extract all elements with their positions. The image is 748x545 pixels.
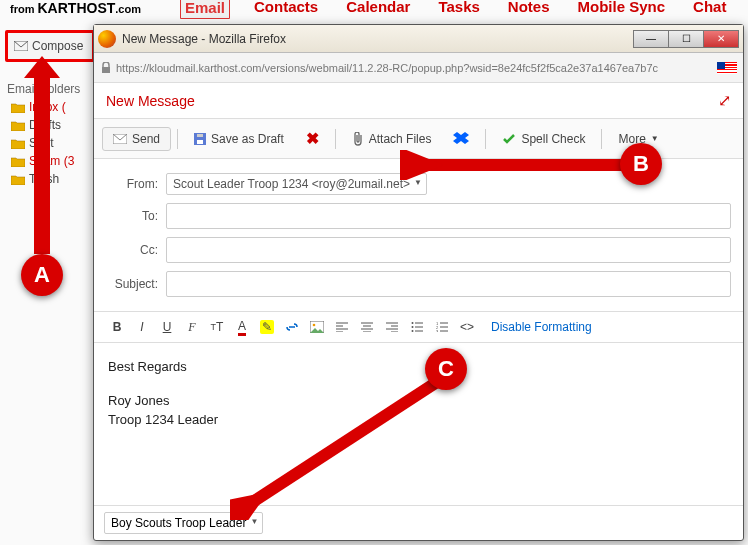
folder-icon [11,138,25,149]
svg-point-7 [313,324,316,327]
editor-toolbar: B I U F TT A ✎ 123 <> Disable Formatting [94,311,743,343]
from-select[interactable]: Scout Leader Troop 1234 <roy@2umail.net> [166,173,427,195]
folder-sent[interactable]: Sent [5,134,95,152]
folders-heading: Email Folders [5,80,95,98]
address-bar[interactable]: https://kloudmail.karthost.com/versions/… [94,53,743,83]
folder-spam[interactable]: Spam (3 [5,152,95,170]
nav-contacts[interactable]: Contacts [250,0,322,19]
check-icon [502,133,516,145]
align-center-button[interactable] [356,316,378,338]
align-center-icon [361,322,373,332]
svg-rect-1 [102,67,110,73]
nav-tasks[interactable]: Tasks [434,0,483,19]
annotation-arrow-a [34,74,50,254]
svg-point-8 [412,322,414,324]
underline-button[interactable]: U [156,316,178,338]
number-list-icon: 123 [436,322,448,332]
lock-icon [100,62,112,74]
nav-chat[interactable]: Chat [689,0,730,19]
expand-icon[interactable]: ⤢ [718,91,731,110]
us-flag-icon [717,62,737,74]
window-titlebar[interactable]: New Message - Mozilla Firefox — ☐ ✕ [94,25,743,53]
svg-line-15 [248,380,440,505]
envelope-icon [14,41,28,51]
folder-icon [11,102,25,113]
svg-point-9 [412,326,414,328]
folder-inbox[interactable]: Inbox ( [5,98,95,116]
font-size-button[interactable]: TT [206,316,228,338]
to-input[interactable] [166,203,731,229]
paperclip-icon [352,132,364,146]
save-draft-button[interactable]: Save as Draft [184,128,294,150]
image-icon [310,321,324,333]
from-label: From: [106,177,166,191]
nav-email[interactable]: Email [180,0,230,19]
firefox-icon [98,30,116,48]
callout-c: C [425,348,467,390]
bold-button[interactable]: B [106,316,128,338]
envelope-icon [113,134,127,144]
source-button[interactable]: <> [456,316,478,338]
brand-logo: from KARTHOST.com [10,0,141,16]
compose-label: Compose [32,39,83,53]
cc-label: Cc: [106,243,166,257]
spell-check-button[interactable]: Spell Check [492,128,595,150]
window-title: New Message - Mozilla Firefox [122,32,286,46]
highlight-button[interactable]: ✎ [256,316,278,338]
svg-text:3: 3 [436,329,439,332]
window-maximize-button[interactable]: ☐ [668,30,704,48]
body-line: Troop 1234 Leader [108,412,218,427]
image-button[interactable] [306,316,328,338]
nav-notes[interactable]: Notes [504,0,554,19]
nav-calendar[interactable]: Calendar [342,0,414,19]
folder-trash[interactable]: Trash [5,170,95,188]
link-button[interactable] [281,316,303,338]
number-list-button[interactable]: 123 [431,316,453,338]
font-family-button[interactable]: F [181,316,203,338]
nav-mobile-sync[interactable]: Mobile Sync [574,0,670,19]
cancel-button[interactable]: ✖ [296,125,329,152]
chevron-down-icon: ▼ [651,134,659,143]
folder-icon [11,174,25,185]
chain-icon [285,322,299,332]
align-right-icon [386,322,398,332]
align-right-button[interactable] [381,316,403,338]
top-nav: Email Contacts Calendar Tasks Notes Mobi… [180,0,730,19]
font-color-button[interactable]: A [231,316,253,338]
url-text: https://kloudmail.karthost.com/versions/… [116,62,711,74]
window-minimize-button[interactable]: — [633,30,669,48]
attach-files-button[interactable]: Attach Files [342,128,442,150]
body-line: Roy Jones [108,393,169,408]
new-message-heading: New Message [106,93,195,109]
send-button[interactable]: Send [102,127,171,151]
bullet-icon [411,322,423,332]
svg-rect-5 [197,134,203,137]
folder-icon [11,120,25,131]
svg-point-10 [412,330,414,332]
align-left-icon [336,322,348,332]
callout-a: A [21,254,63,296]
bullet-list-button[interactable] [406,316,428,338]
disable-formatting-link[interactable]: Disable Formatting [491,320,592,334]
subject-input[interactable] [166,271,731,297]
to-label: To: [106,209,166,223]
folder-drafts[interactable]: Drafts [5,116,95,134]
italic-button[interactable]: I [131,316,153,338]
svg-rect-4 [197,140,203,144]
cc-input[interactable] [166,237,731,263]
annotation-arrow-b [400,150,640,180]
folder-icon [11,156,25,167]
dropbox-icon [453,132,469,146]
dropbox-button[interactable] [443,128,479,150]
window-close-button[interactable]: ✕ [703,30,739,48]
annotation-arrow-c [230,370,460,520]
callout-b: B [620,143,662,185]
floppy-icon [194,133,206,145]
align-left-button[interactable] [331,316,353,338]
subject-label: Subject: [106,277,166,291]
